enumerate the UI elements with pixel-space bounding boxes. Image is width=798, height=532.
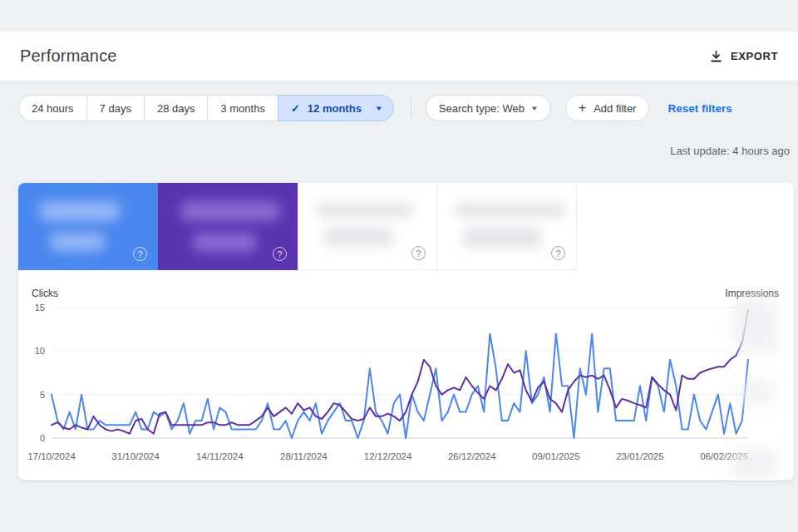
plus-icon: + xyxy=(579,101,586,116)
x-tick-label: 23/01/2025 xyxy=(616,451,664,461)
x-tick-label: 31/10/2024 xyxy=(111,451,160,461)
x-tick-label: 12/12/2024 xyxy=(364,451,412,461)
metric-card-purple[interactable]: ? xyxy=(158,183,298,270)
x-tick-label: 28/11/2024 xyxy=(280,451,328,461)
add-filter-label: Add filter xyxy=(594,102,636,115)
date-range-group: 24 hours 7 days 28 days 3 months ✓ 12 mo… xyxy=(18,95,394,121)
blurred-value xyxy=(462,228,542,248)
y-tick-label: 10 xyxy=(35,346,45,356)
export-button[interactable]: EXPORT xyxy=(702,44,785,68)
y-tick-label: 5 xyxy=(40,390,45,400)
metric-card-white-2[interactable]: ? xyxy=(437,183,577,270)
x-tick-label: 14/11/2024 xyxy=(196,451,244,461)
check-icon: ✓ xyxy=(291,102,300,115)
blurred-value xyxy=(50,233,105,251)
search-type-label: Search type: Web xyxy=(439,102,525,115)
help-icon[interactable]: ? xyxy=(411,246,426,260)
x-tick-label: 26/12/2024 xyxy=(448,451,496,461)
chart-canvas[interactable]: 05101517/10/202431/10/202414/11/202428/1… xyxy=(18,270,794,480)
date-range-24-hours[interactable]: 24 hours xyxy=(18,95,87,121)
blurred-value xyxy=(181,201,279,221)
date-range-28-days[interactable]: 28 days xyxy=(144,95,209,121)
blurred-value xyxy=(315,203,413,217)
page-title: Performance xyxy=(20,47,117,66)
last-update-text: Last update: 4 hours ago xyxy=(670,145,790,157)
date-range-3-months[interactable]: 3 months xyxy=(207,95,278,121)
help-icon[interactable]: ? xyxy=(273,247,287,261)
blurred-value xyxy=(40,201,120,221)
performance-chart[interactable]: Clicks Impressions 05101517/10/202431/10… xyxy=(18,270,794,480)
page-header: Performance EXPORT xyxy=(0,32,798,81)
y-tick-label: 15 xyxy=(35,303,45,313)
date-range-7-days[interactable]: 7 days xyxy=(86,95,145,121)
download-icon xyxy=(709,49,723,63)
chip-label: 28 days xyxy=(157,102,195,115)
toolbar-divider xyxy=(411,98,411,118)
export-label: EXPORT xyxy=(731,50,778,62)
series-line-impressions xyxy=(52,310,748,434)
chevron-down-icon: ▼ xyxy=(530,105,539,112)
series-line-clicks xyxy=(52,333,748,438)
filter-toolbar: 24 hours 7 days 28 days 3 months ✓ 12 mo… xyxy=(18,95,790,121)
blurred-value xyxy=(193,233,256,252)
date-range-12-months-selected[interactable]: ✓ 12 months ▼ xyxy=(278,95,394,121)
x-tick-label: 09/01/2025 xyxy=(532,451,580,461)
add-filter-button[interactable]: + Add filter xyxy=(565,95,650,121)
metric-card-blue[interactable]: ? xyxy=(18,183,158,270)
metric-cards-row: ? ? ? ? xyxy=(18,183,794,270)
chip-label: 7 days xyxy=(100,102,131,115)
x-tick-label: 17/10/2024 xyxy=(27,451,76,461)
blurred-value xyxy=(323,228,393,246)
help-icon[interactable]: ? xyxy=(133,247,147,261)
chip-label: 3 months xyxy=(220,102,264,115)
metric-card-white-1[interactable]: ? xyxy=(298,183,437,270)
help-icon[interactable]: ? xyxy=(551,246,565,260)
blurred-value xyxy=(454,203,567,217)
reset-filters-link[interactable]: Reset filters xyxy=(667,102,732,115)
chevron-down-icon: ▼ xyxy=(375,105,383,112)
y-tick-label: 0 xyxy=(40,433,45,443)
chip-label: 12 months xyxy=(308,102,362,115)
performance-panel: ? ? ? ? Clicks Impressions 05101517/10/2… xyxy=(18,183,794,480)
search-type-dropdown[interactable]: Search type: Web ▼ xyxy=(426,95,551,121)
chip-label: 24 hours xyxy=(32,102,74,115)
x-tick-label: 06/02/2025 xyxy=(700,451,748,461)
